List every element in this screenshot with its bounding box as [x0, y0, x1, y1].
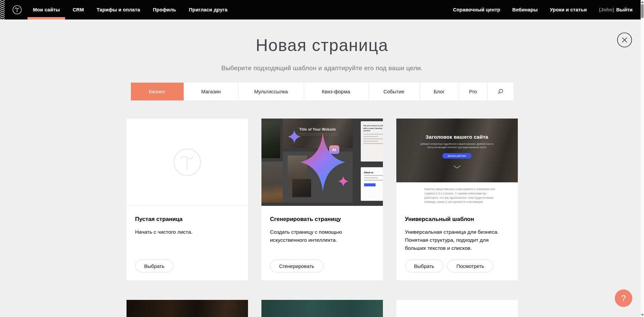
sparkle-icon [338, 174, 349, 188]
card-description: Создать страницу с помощью искусственног… [270, 228, 374, 244]
nav-logout[interactable]: (John) Выйти [598, 0, 633, 19]
preview-subheading: Добавьте интересные подробности о вашей … [418, 142, 496, 149]
preview-heading: Заголовок вашего сайта [396, 134, 518, 140]
template-card-universal: Заголовок вашего сайта Добавьте интересн… [396, 119, 518, 280]
secondary-nav: Справочный центр Вебинары Уроки и статьи… [452, 0, 633, 19]
zigzag-decoration-icon [0, 0, 5, 19]
choose-button[interactable]: Выбрать [135, 260, 174, 272]
ai-badge: AI [329, 145, 339, 154]
scrollbar-thumb[interactable] [641, 4, 644, 18]
tab-pro[interactable]: Pro [459, 83, 487, 100]
nav-crm[interactable]: CRM [72, 0, 85, 19]
template-card-ai-generate: Title of Your Website Get your house in … [261, 119, 383, 280]
template-preview[interactable] [396, 300, 518, 317]
choose-button[interactable]: Выбрать [405, 260, 443, 272]
template-preview[interactable] [127, 300, 248, 317]
preview-mini-button [364, 183, 376, 186]
template-card-blank: Пустая страница Начать с чистого листа. … [127, 119, 248, 280]
scroll-down-arrow-icon[interactable] [641, 314, 644, 316]
template-grid: Пустая страница Начать с чистого листа. … [127, 119, 518, 317]
top-navbar: Мои сайты CRM Тарифы и оплата Профиль Пр… [0, 0, 644, 19]
nav-lessons[interactable]: Уроки и статьи [549, 0, 587, 19]
card-title: Сгенерировать страницу [270, 216, 374, 223]
view-button[interactable]: Посмотреть [447, 260, 493, 272]
chevron-down-icon [396, 164, 518, 170]
card-title: Пустая страница [135, 216, 239, 223]
page-title: Новая страница [0, 36, 644, 55]
scroll-up-arrow-icon[interactable] [641, 1, 644, 3]
preview-cta-button: Целевое действие [442, 153, 472, 158]
tab-shop[interactable]: Магазин [184, 83, 238, 100]
blank-template-preview[interactable] [127, 119, 248, 206]
help-icon: ? [621, 293, 626, 303]
search-icon [497, 88, 504, 95]
tilda-logo-icon[interactable] [12, 0, 22, 19]
preview-text-tile: Get your house in order with a smart cle… [361, 121, 383, 162]
tab-blog[interactable]: Блог [419, 83, 459, 100]
page-subtitle: Выберите подходящий шаблон и адаптируйте… [0, 64, 644, 72]
close-icon [617, 32, 632, 48]
tab-event[interactable]: Событие [368, 83, 419, 100]
close-button[interactable] [617, 32, 632, 48]
scrollbar[interactable] [641, 0, 644, 317]
nav-my-sites[interactable]: Мои сайты [32, 0, 60, 19]
nav-username: (John) [599, 7, 614, 12]
preview-photo-tile [261, 121, 280, 158]
tilda-watermark-icon [171, 146, 203, 178]
nav-webinars[interactable]: Вебинары [512, 0, 539, 19]
preview-hero: Заголовок вашего сайта Добавьте интересн… [396, 119, 518, 182]
tab-business[interactable]: Бизнес [131, 83, 184, 100]
template-category-tabs: Бизнес Магазин Мультиссылка Квиз-форма С… [131, 83, 513, 100]
nav-profile[interactable]: Профиль [152, 0, 177, 19]
tab-quiz-form[interactable]: Квиз-форма [304, 83, 368, 100]
preview-paragraph: Коротко представьтесь и расскажите о ком… [396, 182, 497, 206]
card-description: Начать с чистого листа. [135, 228, 239, 236]
nav-invite-friend[interactable]: Пригласи друга [188, 0, 228, 19]
preview-about-tile: About us [361, 167, 383, 201]
template-card-partial [127, 300, 248, 317]
help-button[interactable]: ? [615, 289, 632, 307]
new-page-dialog: Новая страница Выберите подходящий шабло… [0, 36, 644, 317]
nav-help-center[interactable]: Справочный центр [452, 0, 501, 19]
card-title: Универсальный шаблон [405, 216, 509, 223]
nav-pricing[interactable]: Тарифы и оплата [96, 0, 141, 19]
nav-logout-label: Выйти [616, 7, 633, 12]
preview-photo-tile [261, 162, 286, 202]
universal-template-preview[interactable]: Заголовок вашего сайта Добавьте интересн… [396, 119, 518, 206]
tab-search[interactable] [487, 83, 513, 100]
ai-template-preview[interactable]: Title of Your Website Get your house in … [261, 119, 383, 206]
template-card-partial [261, 300, 383, 317]
template-preview[interactable] [261, 300, 383, 317]
main-nav: Мои сайты CRM Тарифы и оплата Профиль Пр… [32, 0, 228, 19]
generate-button[interactable]: Сгенерировать [270, 260, 324, 272]
template-card-partial [396, 300, 518, 317]
tab-multilink[interactable]: Мультиссылка [238, 83, 304, 100]
sparkle-icon [288, 128, 301, 145]
card-description: Универсальная страница для бизнеса. Поня… [405, 228, 509, 252]
